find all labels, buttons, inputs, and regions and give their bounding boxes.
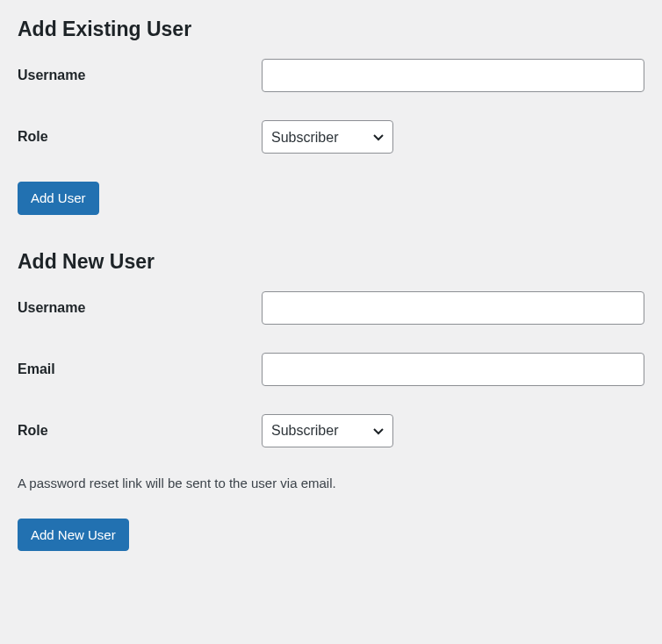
existing-username-label: Username <box>18 68 262 83</box>
existing-role-label: Role <box>18 129 262 145</box>
existing-username-row: Username <box>18 59 644 92</box>
existing-role-row: Role Subscriber <box>18 120 644 154</box>
add-new-user-button[interactable]: Add New User <box>18 519 129 552</box>
new-email-label: Email <box>18 361 262 377</box>
new-role-select[interactable]: Subscriber <box>262 414 393 447</box>
new-role-field-wrap: Subscriber <box>262 414 644 447</box>
existing-role-select[interactable]: Subscriber <box>262 120 393 154</box>
password-reset-description: A password reset link will be sent to th… <box>18 476 644 490</box>
add-new-user-heading: Add New User <box>18 250 644 274</box>
existing-role-select-wrap: Subscriber <box>262 120 393 154</box>
existing-username-field-wrap <box>262 59 644 92</box>
new-username-field-wrap <box>262 291 644 325</box>
add-existing-user-heading: Add Existing User <box>18 18 644 41</box>
new-username-input[interactable] <box>262 291 644 325</box>
add-existing-user-button[interactable]: Add User <box>18 182 99 215</box>
new-role-select-wrap: Subscriber <box>262 414 393 447</box>
add-existing-user-section: Add Existing User Username Role Subscrib… <box>18 18 644 215</box>
existing-role-field-wrap: Subscriber <box>262 120 644 154</box>
new-role-label: Role <box>18 423 262 439</box>
add-new-user-section: Add New User Username Email Role Subscri… <box>18 250 644 552</box>
new-email-input[interactable] <box>262 353 644 386</box>
new-role-row: Role Subscriber <box>18 414 644 447</box>
new-email-field-wrap <box>262 353 644 386</box>
new-username-row: Username <box>18 291 644 325</box>
new-email-row: Email <box>18 353 644 386</box>
new-username-label: Username <box>18 300 262 316</box>
existing-username-input[interactable] <box>262 59 644 92</box>
